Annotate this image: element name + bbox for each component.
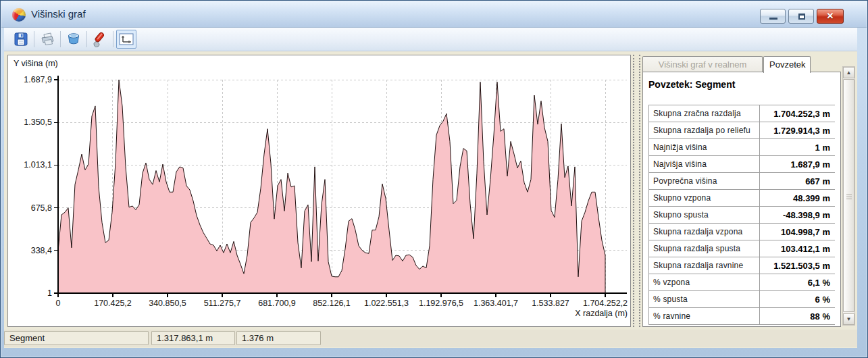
row-value: -48.398,9 m (760, 207, 835, 223)
tab-summary[interactable]: Povzetek (763, 56, 811, 73)
svg-text:340.850,5: 340.850,5 (149, 299, 186, 308)
scrollbar-grip-icon (846, 195, 852, 199)
row-value: 1 m (760, 139, 835, 155)
svg-text:511.275,7: 511.275,7 (204, 299, 241, 308)
print-icon (39, 31, 55, 47)
svg-text:0: 0 (56, 299, 61, 308)
svg-text:1.533.827: 1.533.827 (532, 299, 569, 308)
status-pane-height: 1.376 m (236, 331, 321, 345)
svg-text:681.700,9: 681.700,9 (258, 299, 296, 308)
table-row: Najvišja višina1.687,9 m (649, 156, 835, 173)
svg-text:1: 1 (47, 288, 52, 298)
toolbar-separator (60, 31, 61, 47)
row-label: Skupno vzpona (649, 190, 760, 206)
svg-text:675,8: 675,8 (31, 203, 52, 213)
row-label: Skupna zračna razdalja (649, 105, 760, 122)
status-pane-distance: 1.317.863,1 m (151, 331, 235, 345)
toolbar (4, 28, 857, 51)
row-label: Skupna razdalja po reliefu (649, 122, 760, 138)
app-window: Višinski graf ✕ (0, 0, 868, 358)
svg-text:338,4: 338,4 (31, 246, 52, 255)
close-button[interactable]: ✕ (817, 9, 844, 24)
svg-text:1.022.551,3: 1.022.551,3 (364, 299, 409, 308)
minimize-icon (769, 18, 777, 20)
row-label: Skupna razdalja vzpona (649, 224, 760, 240)
clear-button[interactable] (63, 30, 84, 49)
scroll-up-button[interactable]: ▲ (843, 67, 854, 78)
table-row: Najnižja višina1 m (649, 139, 835, 156)
row-value: 6 % (760, 291, 835, 307)
row-value: 667 m (760, 173, 835, 189)
tab-realtime-graph[interactable]: Višinski graf v realnem času (642, 56, 763, 72)
window-title: Višinski graf (31, 8, 86, 20)
scrollbar: ▲ ▼ (842, 66, 855, 326)
table-row: Skupna razdalja spusta103.412,1 m (649, 240, 835, 257)
table-row: Povprečna višina667 m (649, 173, 835, 190)
row-label: Povprečna višina (649, 173, 760, 189)
svg-text:1.350,5: 1.350,5 (24, 118, 52, 127)
row-value: 1.729.914,3 m (760, 122, 835, 138)
toolbar-separator (86, 31, 87, 47)
app-icon (12, 8, 26, 22)
svg-text:1.687,9: 1.687,9 (24, 75, 52, 84)
table-row: Skupno spusta-48.398,9 m (649, 207, 835, 224)
table-row: Skupna razdalja po reliefu1.729.914,3 m (649, 122, 835, 139)
scroll-down-button[interactable]: ▼ (843, 313, 854, 325)
row-label: Skupna razdalja spusta (649, 240, 760, 257)
row-value: 1.521.503,5 m (760, 257, 835, 274)
table-row: % spusta6 % (649, 291, 835, 308)
wrench-icon (92, 31, 108, 47)
toolbar-separator (34, 31, 34, 47)
minimize-button[interactable] (760, 9, 786, 24)
row-label: % ravnine (649, 308, 760, 324)
row-value: 48.399 m (760, 190, 835, 206)
save-button[interactable] (11, 30, 31, 49)
scrollbar-thumb[interactable] (843, 79, 854, 312)
svg-text:1.363.401,7: 1.363.401,7 (474, 299, 518, 308)
print-button[interactable] (37, 30, 57, 49)
row-label: % vzpona (649, 274, 760, 290)
table-row: Skupno vzpona48.399 m (649, 190, 835, 207)
axes-toggle-button[interactable] (116, 30, 136, 49)
row-label: Najnižja višina (649, 139, 760, 155)
row-value: 6,1 % (760, 274, 835, 290)
row-label: Skupna razdalja ravnine (649, 257, 760, 274)
window-controls: ✕ (757, 9, 844, 24)
row-value: 103.412,1 m (760, 240, 835, 257)
summary-table: Skupna zračna razdalja1.704.252,3 mSkupn… (648, 105, 835, 325)
maximize-icon (798, 14, 805, 20)
row-label: Skupno spusta (649, 207, 760, 223)
svg-text:852.126,1: 852.126,1 (313, 299, 351, 308)
tools-button[interactable] (90, 30, 110, 49)
row-value: 1.704.252,3 m (760, 105, 835, 122)
save-icon (13, 31, 29, 47)
chart-panel: Y višina (m) 1.687,91.350,51.013,1675,83… (7, 55, 631, 327)
statusbar: Segment 1.317.863,1 m 1.376 m (4, 330, 857, 347)
svg-text:170.425,2: 170.425,2 (94, 299, 132, 308)
row-label: Najvišja višina (649, 156, 760, 172)
close-icon: ✕ (817, 11, 843, 21)
row-label: % spusta (649, 291, 760, 307)
summary-panel: Povzetek: Segment Skupna zračna razdalja… (642, 72, 841, 327)
panel-splitter[interactable] (633, 55, 640, 327)
bucket-icon (66, 31, 82, 47)
table-row: Skupna zračna razdalja1.704.252,3 m (649, 105, 835, 122)
maximize-button[interactable] (788, 9, 814, 24)
status-pane-segment: Segment (4, 331, 149, 345)
axes-icon (119, 33, 134, 45)
table-row: % vzpona6,1 % (649, 274, 835, 291)
toolbar-separator (113, 31, 113, 47)
svg-text:1.704.252,2: 1.704.252,2 (583, 299, 628, 308)
table-row: Skupna razdalja ravnine1.521.503,5 m (649, 257, 835, 274)
elevation-chart: 1.687,91.350,51.013,1675,8338,410170.425… (8, 55, 630, 325)
row-value: 104.998,7 m (760, 224, 835, 240)
summary-heading: Povzetek: Segment (648, 79, 735, 90)
svg-text:1.013,1: 1.013,1 (24, 160, 52, 170)
svg-text:1.192.976,5: 1.192.976,5 (419, 299, 463, 308)
table-row: Skupna razdalja vzpona104.998,7 m (649, 224, 835, 240)
row-value: 1.687,9 m (760, 156, 835, 172)
row-value: 88 % (760, 308, 835, 324)
titlebar: Višinski graf ✕ (1, 1, 867, 28)
table-row: % ravnine88 % (649, 308, 835, 325)
x-axis-title: X razdalja (m) (575, 309, 628, 318)
